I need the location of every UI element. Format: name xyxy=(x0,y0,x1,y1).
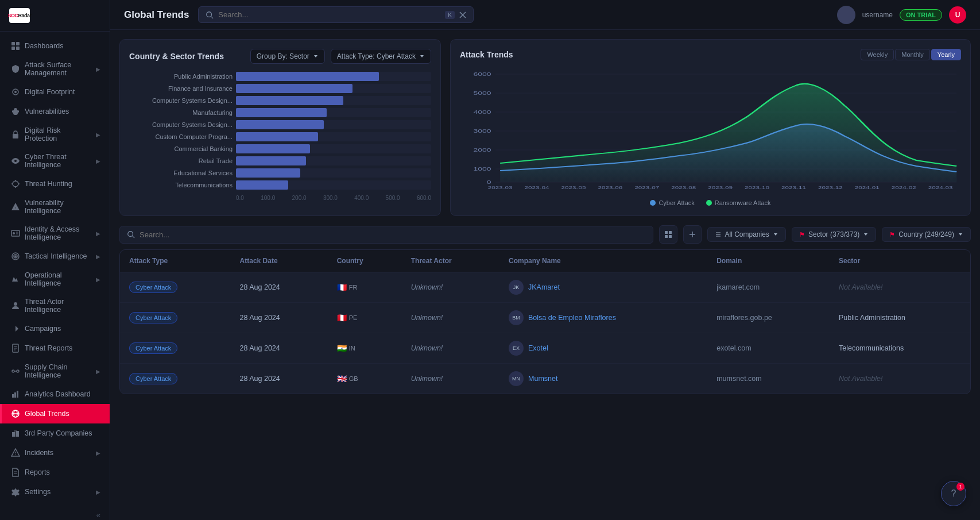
chevron-icon: ▶ xyxy=(96,132,100,138)
sidebar-item-vuln-intel[interactable]: ! Vulnerability Intelligence xyxy=(0,194,110,220)
sidebar-item-identity-access[interactable]: Identity & Access Intelligence ▶ xyxy=(0,220,110,246)
sidebar-item-label: Cyber Threat Intelligence xyxy=(25,153,91,169)
group-by-dropdown[interactable]: Group By: Sector xyxy=(250,49,325,64)
company-name-link[interactable]: JKAmaret xyxy=(528,283,560,291)
domain-text: miraflores.gob.pe xyxy=(716,314,772,322)
sidebar-item-cyber-threat[interactable]: Cyber Threat Intelligence ▶ xyxy=(0,148,110,174)
sidebar-item-vulnerabilities[interactable]: Vulnerabilities xyxy=(0,102,110,121)
sidebar-item-label: Threat Reports xyxy=(25,344,72,352)
sidebar-item-threat-reports[interactable]: Threat Reports xyxy=(0,338,110,358)
svg-line-43 xyxy=(211,16,214,18)
weekly-filter-btn[interactable]: Weekly xyxy=(861,49,894,60)
page-title: Global Trends xyxy=(124,9,189,21)
svg-point-21 xyxy=(14,302,17,306)
col-domain: Domain xyxy=(707,250,830,272)
bar-row: Telecommunications xyxy=(129,180,431,190)
lock-icon xyxy=(11,130,20,139)
sidebar-item-incidents[interactable]: Incidents ▶ xyxy=(0,443,110,463)
sector-text: Not Available! xyxy=(839,375,882,383)
company-name-link[interactable]: Mumsnet xyxy=(528,375,557,383)
chevron-down-icon xyxy=(863,232,869,237)
cell-attack-type: Cyber Attack xyxy=(120,333,231,364)
svg-text:2023-12: 2023-12 xyxy=(818,185,843,189)
chevron-down-icon xyxy=(313,53,319,59)
svg-rect-37 xyxy=(14,430,17,437)
country-filter[interactable]: ⚑ Country (249/249) xyxy=(882,227,971,242)
cell-domain: miraflores.gob.pe xyxy=(707,303,830,333)
sidebar-nav: Dashboards Attack Surface Management ▶ D… xyxy=(0,32,110,506)
sidebar-item-dashboards[interactable]: Dashboards xyxy=(0,36,110,56)
x-axis-label: 100.0 xyxy=(261,195,275,201)
svg-rect-29 xyxy=(12,394,14,398)
col-attack-date: Attack Date xyxy=(231,250,328,272)
x-axis-label: 200.0 xyxy=(292,195,307,201)
sidebar-collapse-btn[interactable]: « xyxy=(0,506,110,520)
data-table-wrapper: Attack Type Attack Date Country Threat A… xyxy=(119,249,971,394)
table-row: Cyber Attack 28 Aug 2024 🇬🇧 GB Unknown! … xyxy=(120,364,970,394)
cell-company-name: JK JKAmaret xyxy=(499,272,707,303)
sector-filter[interactable]: ⚑ Sector (373/373) xyxy=(792,227,876,242)
sidebar-item-tactical-intel[interactable]: Tactical Intelligence ▶ xyxy=(0,246,110,266)
sidebar-item-threat-actor[interactable]: Threat Actor Intelligence xyxy=(0,292,110,319)
sidebar-item-operational-intel[interactable]: Operational Intelligence ▶ xyxy=(0,266,110,292)
all-companies-filter[interactable]: All Companies xyxy=(707,227,786,242)
cell-threat-actor: Unknown! xyxy=(402,303,499,333)
company-name-link[interactable]: Bolsa de Empleo Miraflores xyxy=(528,314,616,322)
chevron-icon: ▶ xyxy=(96,158,100,164)
cell-attack-type: Cyber Attack xyxy=(120,303,231,333)
bar-fill xyxy=(236,84,353,93)
table-row: Cyber Attack 28 Aug 2024 🇮🇳 IN Unknown! … xyxy=(120,333,970,364)
monthly-filter-btn[interactable]: Monthly xyxy=(895,49,930,60)
sidebar-item-label: Operational Intelligence xyxy=(25,271,91,287)
table-row: Cyber Attack 28 Aug 2024 🇵🇪 PE Unknown! … xyxy=(120,303,970,333)
search-input[interactable] xyxy=(218,10,440,19)
grid-view-btn[interactable] xyxy=(659,225,677,244)
cell-domain: exotel.com xyxy=(707,333,830,364)
x-axis-label: 500.0 xyxy=(386,195,400,201)
threat-actor-text: Unknown! xyxy=(411,283,443,291)
table-section: All Companies ⚑ Sector (373/373) ⚑ Count… xyxy=(119,225,971,394)
sidebar-item-settings[interactable]: Settings ▶ xyxy=(0,482,110,502)
close-icon[interactable] xyxy=(459,11,466,18)
cell-domain: mumsnet.com xyxy=(707,364,830,394)
bar-fill xyxy=(236,144,310,153)
attack-type-dropdown[interactable]: Attack Type: Cyber Attack xyxy=(331,49,431,64)
sidebar-item-reports[interactable]: Reports xyxy=(0,463,110,482)
sidebar-item-supply-chain[interactable]: Supply Chain Intelligence ▶ xyxy=(0,358,110,384)
bar-row: Computer Systems Design... xyxy=(129,96,431,105)
svg-point-39 xyxy=(15,454,16,455)
bar-track xyxy=(236,108,431,117)
cell-country: 🇫🇷 FR xyxy=(328,272,402,303)
x-axis-label: 600.0 xyxy=(417,195,431,201)
header-right: username ON TRIAL U xyxy=(837,6,966,24)
table-search-input[interactable] xyxy=(140,230,646,239)
sidebar-item-digital-footprint[interactable]: Digital Footprint xyxy=(0,82,110,102)
sidebar-item-label: Incidents xyxy=(25,449,53,457)
sidebar-item-threat-hunting[interactable]: Threat Hunting xyxy=(0,174,110,194)
sidebar-item-digital-risk[interactable]: Digital Risk Protection ▶ xyxy=(0,121,110,148)
sidebar-item-global-trends[interactable]: Global Trends xyxy=(0,404,110,423)
trends-card-title: Country & Sector Trends xyxy=(129,52,245,61)
company-name-link[interactable]: Exotel xyxy=(528,344,548,352)
sidebar-item-campaigns[interactable]: Campaigns xyxy=(0,319,110,338)
bar-track xyxy=(236,72,431,81)
sidebar-item-attack-surface[interactable]: Attack Surface Management ▶ xyxy=(0,56,110,82)
sidebar-item-analytics[interactable]: Analytics Dashboard xyxy=(0,384,110,404)
user-avatar-circle[interactable]: U xyxy=(949,6,966,24)
bar-row: Educational Services xyxy=(129,168,431,178)
sidebar-item-label: Tactical Intelligence xyxy=(25,252,87,260)
domain-text: exotel.com xyxy=(716,344,751,352)
chevron-down-icon xyxy=(958,232,963,237)
sidebar-item-label: Digital Risk Protection xyxy=(25,126,91,142)
help-button[interactable]: ? 1 xyxy=(941,481,966,506)
sidebar-item-label: Vulnerability Intelligence xyxy=(25,199,100,215)
bar-fill xyxy=(236,120,324,129)
time-filter-group: Weekly Monthly Yearly xyxy=(861,49,961,60)
header-search-bar: K xyxy=(198,6,474,23)
add-btn[interactable] xyxy=(683,225,702,244)
sidebar-item-3rd-party[interactable]: 3rd Party Companies xyxy=(0,423,110,443)
attack-badge: Cyber Attack xyxy=(129,312,177,323)
yearly-filter-btn[interactable]: Yearly xyxy=(931,49,961,60)
svg-text:2023-09: 2023-09 xyxy=(708,185,733,189)
bar-fill xyxy=(236,180,288,190)
